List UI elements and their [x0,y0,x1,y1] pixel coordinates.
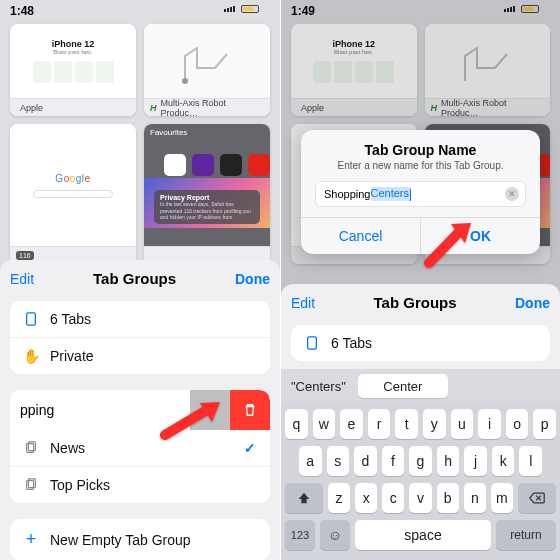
row-label: Private [50,348,94,364]
selected-text: Centers [371,187,412,200]
tab-overview: iPhone 12 Blast past fast. Apple HMulti-… [0,20,280,260]
key-q[interactable]: q [285,409,308,439]
row-label: 6 Tabs [50,311,91,327]
cancel-button[interactable]: Cancel [301,218,420,254]
tab-caption: Multi-Axis Robot Produc… [161,98,265,117]
tab-groups-sheet: Edit Tab Groups Done 6 Tabs ✋ Private pp… [0,260,280,560]
tab-caption: Apple [20,103,43,113]
done-button[interactable]: Done [235,271,270,287]
battery-icon [241,5,259,13]
fav-icon[interactable] [192,154,214,176]
suggestion-candidate[interactable]: Center [358,374,448,398]
key-b[interactable]: b [437,483,459,513]
software-keyboard: qwertyuiop asdfghjkl zxcvbnm 123 ☺ space… [281,403,560,560]
tabs-row[interactable]: 6 Tabs [291,325,550,361]
numbers-key[interactable]: 123 [285,520,315,550]
group-news[interactable]: News ✓ [10,430,270,467]
phone-left: 1:48 iPhone 12 Blast past fast. Apple HM… [0,0,280,560]
key-n[interactable]: n [464,483,486,513]
key-p[interactable]: p [533,409,556,439]
suggestion-quoted[interactable]: "Centers" [291,379,346,394]
key-u[interactable]: u [451,409,474,439]
copy-icon [22,478,40,492]
fav-icon[interactable] [164,154,186,176]
row-label: New Empty Tab Group [50,532,191,548]
space-key[interactable]: space [355,520,491,550]
hand-icon: ✋ [22,348,40,364]
key-r[interactable]: r [368,409,391,439]
group-top-picks[interactable]: Top Picks [10,467,270,503]
status-time: 1:48 [10,4,34,18]
ok-button[interactable]: OK [420,218,540,254]
key-m[interactable]: m [491,483,513,513]
tabs-row[interactable]: 6 Tabs [10,301,270,338]
privacy-report-card[interactable]: Privacy Report In the last seven days, S… [154,190,260,224]
key-z[interactable]: z [328,483,350,513]
edit-button[interactable]: Edit [10,271,34,287]
delete-action[interactable] [230,390,270,430]
key-i[interactable]: i [478,409,501,439]
key-k[interactable]: k [492,446,515,476]
key-row-2: asdfghjkl [285,446,556,476]
google-logo: Google [55,173,90,184]
checkmark-icon: ✓ [244,440,256,456]
rename-dialog: Tab Group Name Enter a new name for this… [301,130,540,254]
svg-rect-1 [27,313,36,325]
key-e[interactable]: e [340,409,363,439]
copy-icon [22,441,40,455]
svg-point-0 [182,78,188,84]
shift-key[interactable] [285,483,323,513]
key-v[interactable]: v [409,483,431,513]
key-o[interactable]: o [506,409,529,439]
return-key[interactable]: return [496,520,556,550]
sheet-title: Tab Groups [374,294,457,311]
swiped-group-row[interactable]: pping [10,390,270,430]
status-indicators [224,4,270,14]
done-button[interactable]: Done [515,295,550,311]
edit-button[interactable]: Edit [291,295,315,311]
private-row[interactable]: ✋ Private [10,338,270,374]
keyboard-suggestion-bar: "Centers" Center [281,369,560,403]
sheet-title: Tab Groups [93,270,176,287]
tracker-count-badge: 116 [16,251,34,260]
key-w[interactable]: w [313,409,336,439]
tabs-icon [22,312,40,326]
tab-card-start[interactable]: ✕ Favourites Privacy Report [144,124,270,264]
key-row-1: qwertyuiop [285,409,556,439]
rename-action[interactable] [190,390,230,430]
key-f[interactable]: f [382,446,405,476]
key-y[interactable]: y [423,409,446,439]
key-a[interactable]: a [299,446,322,476]
key-row-3: zxcvbnm [285,483,556,513]
key-j[interactable]: j [464,446,487,476]
tab-card-robot[interactable]: HMulti-Axis Robot Produc… [144,24,270,116]
svg-rect-6 [308,337,317,349]
key-t[interactable]: t [395,409,418,439]
dialog-subtitle: Enter a new name for this Tab Group. [301,160,540,171]
tab-card-apple[interactable]: iPhone 12 Blast past fast. Apple [10,24,136,116]
dialog-title: Tab Group Name [301,142,540,158]
clear-text-button[interactable]: ✕ [505,187,519,201]
tab-groups-sheet: Edit Tab Groups Done 6 Tabs "Centers" Ce… [281,284,560,560]
key-h[interactable]: h [437,446,460,476]
page-sub: Blast past fast. [53,49,92,55]
key-row-3-letters: zxcvbnm [328,483,513,513]
key-x[interactable]: x [355,483,377,513]
key-d[interactable]: d [354,446,377,476]
row-label: News [50,440,85,456]
key-s[interactable]: s [327,446,350,476]
favourites-heading: Favourites [150,128,187,137]
key-l[interactable]: l [519,446,542,476]
row-label: pping [10,402,190,418]
new-empty-group[interactable]: + New Empty Tab Group [10,519,270,560]
emoji-key[interactable]: ☺ [320,520,350,550]
row-label: Top Picks [50,477,110,493]
tab-card-google[interactable]: Google 116 [10,124,136,264]
backspace-key[interactable] [518,483,556,513]
group-name-input[interactable]: Shopping Centers ✕ [315,181,526,207]
fav-icon[interactable] [248,154,270,176]
fav-icon[interactable] [220,154,242,176]
key-c[interactable]: c [382,483,404,513]
page-heading: iPhone 12 [52,39,95,49]
key-g[interactable]: g [409,446,432,476]
